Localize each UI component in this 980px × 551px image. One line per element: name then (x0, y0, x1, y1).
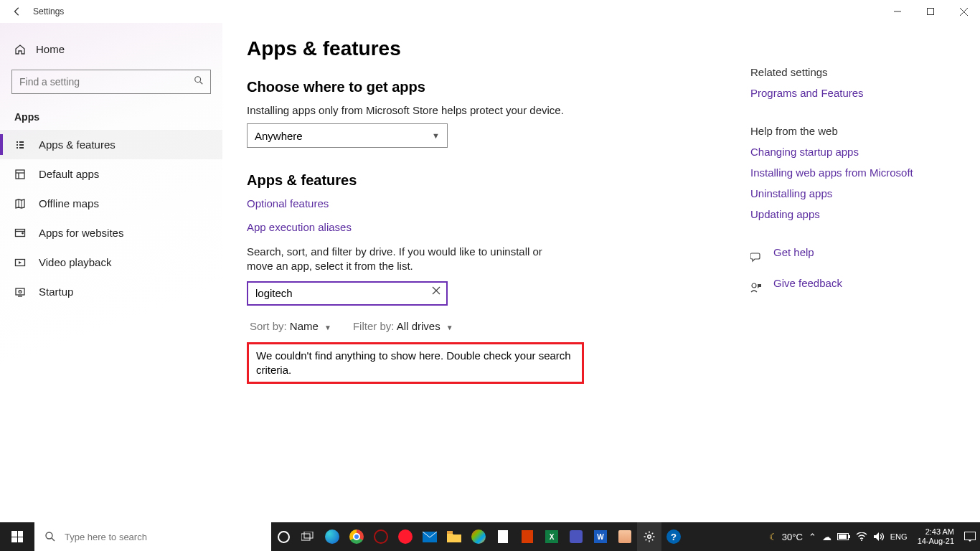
app-source-dropdown[interactable]: Anywhere ▼ (247, 123, 448, 148)
clear-search-icon[interactable] (432, 286, 440, 295)
action-center-icon[interactable] (964, 532, 976, 542)
cortana-icon[interactable] (271, 522, 296, 551)
defaults-icon (14, 169, 27, 180)
taskbar-app-notepad[interactable] (491, 522, 515, 551)
help-web-heading: Help from the web (750, 125, 966, 137)
taskbar-app-mail[interactable] (418, 522, 442, 551)
taskbar-search[interactable]: Type here to search (34, 522, 271, 551)
empty-results-message: We couldn't find anything to show here. … (247, 342, 584, 385)
chevron-down-icon: ▼ (432, 131, 440, 140)
help-link[interactable]: Installing web apps from Microsoft (750, 166, 966, 179)
svg-rect-22 (301, 534, 310, 540)
taskbar-app-help[interactable]: ? (661, 522, 686, 551)
app-search-input[interactable] (247, 281, 448, 306)
svg-line-5 (200, 82, 203, 85)
sort-by-control[interactable]: Sort by: Name ▼ (250, 320, 331, 332)
sidebar-item-apps-for-websites[interactable]: Apps for websites (0, 218, 222, 248)
svg-point-26 (648, 535, 651, 539)
close-button[interactable] (947, 0, 980, 23)
map-icon (14, 198, 27, 209)
help-link[interactable]: Changing startup apps (750, 146, 966, 158)
taskbar-app-paint[interactable] (613, 522, 637, 551)
taskbar-app-people[interactable] (466, 522, 491, 551)
maximize-button[interactable] (914, 0, 947, 23)
sidebar-search[interactable] (11, 70, 211, 94)
taskbar-app-teams[interactable] (564, 522, 588, 551)
svg-point-4 (195, 77, 201, 83)
taskbar-app-edge[interactable] (320, 522, 344, 551)
tray-chevron-icon[interactable]: ⌃ (809, 532, 816, 542)
svg-line-21 (52, 538, 55, 541)
svg-point-20 (46, 532, 52, 539)
list-icon (14, 139, 27, 151)
sidebar-item-offline-maps[interactable]: Offline maps (0, 189, 222, 218)
taskbar-app-explorer[interactable] (442, 522, 466, 551)
help-link[interactable]: Updating apps (750, 208, 966, 220)
sidebar-item-label: Video playback (39, 256, 111, 268)
taskbar-app-chrome[interactable] (344, 522, 369, 551)
taskbar: Type here to search X W ? ☾ 30°C ⌃ ☁ ENG (0, 522, 980, 551)
taskbar-app-word[interactable]: W (588, 522, 613, 551)
sidebar-item-video-playback[interactable]: Video playback (0, 248, 222, 277)
minimize-button[interactable] (881, 0, 914, 23)
apps-features-heading: Apps & features (247, 172, 750, 189)
clock-time: 2:43 AM (918, 527, 954, 537)
sidebar-item-default-apps[interactable]: Default apps (0, 159, 222, 189)
back-button[interactable] (6, 0, 29, 23)
svg-rect-1 (928, 9, 934, 15)
filter-value: All drives (397, 320, 440, 332)
app-source-value: Anywhere (255, 130, 303, 142)
get-help-link[interactable]: Get help (750, 246, 966, 267)
help-link[interactable]: Uninstalling apps (750, 187, 966, 199)
sidebar-item-apps-features[interactable]: Apps & features (0, 130, 222, 159)
taskbar-app-office[interactable] (515, 522, 540, 551)
task-view-icon[interactable] (296, 522, 320, 551)
optional-features-link[interactable]: Optional features (247, 197, 750, 209)
sort-value: Name (290, 320, 319, 332)
tray-language-icon[interactable]: ENG (890, 532, 908, 541)
page-title: Apps & features (247, 37, 750, 60)
home-label: Home (36, 43, 65, 55)
page: Apps & features Choose where to get apps… (247, 37, 750, 522)
tray-wifi-icon[interactable] (856, 532, 867, 541)
taskbar-app-opera[interactable] (393, 522, 418, 551)
svg-rect-6 (16, 170, 24, 179)
svg-rect-25 (447, 531, 453, 534)
filter-by-control[interactable]: Filter by: All drives ▼ (353, 320, 453, 332)
sidebar-item-startup[interactable]: Startup (0, 277, 222, 306)
svg-rect-29 (839, 534, 847, 539)
taskbar-search-placeholder: Type here to search (65, 532, 147, 542)
taskbar-app-settings[interactable] (637, 522, 661, 551)
sidebar-item-label: Apps & features (39, 138, 116, 151)
tray-onedrive-icon[interactable]: ☁ (822, 532, 831, 542)
tray-volume-icon[interactable] (873, 532, 885, 542)
sidebar-search-input[interactable] (11, 70, 211, 94)
sidebar-item-label: Apps for websites (39, 227, 123, 239)
taskbar-app-opera-gx[interactable] (369, 522, 393, 551)
search-description: Search, sort, and filter by drive. If yo… (247, 245, 555, 274)
help-icon (750, 251, 763, 263)
chevron-down-icon: ▼ (446, 324, 453, 331)
app-execution-aliases-link[interactable]: App execution aliases (247, 221, 750, 233)
windows-logo-icon (11, 531, 23, 542)
taskbar-clock[interactable]: 2:43 AM 14-Aug-21 (913, 527, 958, 545)
choose-heading: Choose where to get apps (247, 79, 750, 95)
taskbar-weather[interactable]: ☾ 30°C (769, 532, 803, 542)
window-title: Settings (29, 6, 64, 17)
sidebar-item-label: Startup (39, 286, 73, 298)
titlebar: Settings (0, 0, 980, 23)
programs-and-features-link[interactable]: Programs and Features (750, 87, 966, 99)
give-feedback-link[interactable]: Give feedback (750, 277, 966, 298)
tray-battery-icon[interactable] (837, 533, 850, 540)
startup-icon (14, 286, 27, 298)
video-icon (14, 257, 27, 268)
choose-subtext: Installing apps only from Microsoft Stor… (247, 104, 750, 116)
start-button[interactable] (0, 522, 34, 551)
clock-date: 14-Aug-21 (918, 537, 954, 546)
svg-point-19 (752, 283, 756, 288)
taskbar-app-excel[interactable]: X (540, 522, 564, 551)
get-help-label: Get help (773, 246, 814, 258)
right-rail: Related settings Programs and Features H… (750, 37, 966, 522)
search-icon (194, 75, 204, 85)
home-nav[interactable]: Home (0, 36, 222, 62)
